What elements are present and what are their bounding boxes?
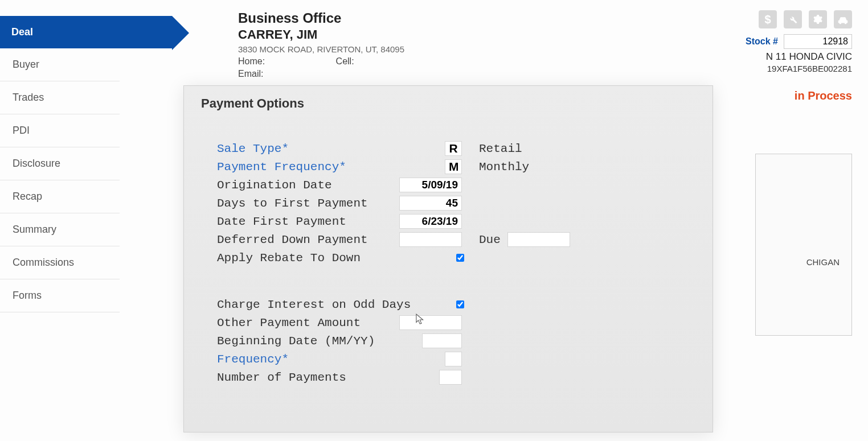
cell-label: Cell: (336, 56, 354, 66)
sale-type-label[interactable]: Sale Type* (217, 142, 445, 155)
date-first-payment-input[interactable] (399, 214, 462, 229)
beginning-date-label: Beginning Date (MM/YY) (217, 335, 422, 348)
background-panel (755, 154, 852, 336)
apply-rebate-checkbox[interactable] (456, 254, 464, 262)
nav-item-disclosure[interactable]: Disclosure (0, 147, 120, 180)
background-panel-text: CHIGAN (806, 257, 840, 267)
nav-item-forms[interactable]: Forms (0, 279, 120, 312)
origination-date-label: Origination Date (217, 179, 399, 192)
nav-item-deal[interactable]: Deal (0, 16, 172, 48)
stock-input[interactable] (784, 34, 852, 49)
customer-name: CARREY, JIM (238, 27, 720, 42)
days-to-first-label: Days to First Payment (217, 197, 399, 210)
modal-title: Payment Options (201, 96, 695, 111)
nav-item-recap[interactable]: Recap (0, 180, 120, 213)
nav-item-trades[interactable]: Trades (0, 81, 120, 114)
customer-address: 3830 MOCK ROAD, RIVERTON, UT, 84095 (238, 44, 720, 54)
due-label: Due (479, 233, 507, 246)
other-payment-label: Other Payment Amount (217, 316, 399, 329)
frequency2-label[interactable]: Frequency* (217, 353, 445, 366)
sale-type-desc: Retail (479, 142, 547, 155)
car-icon[interactable] (834, 10, 852, 28)
nav-item-buyer[interactable]: Buyer (0, 48, 120, 81)
vehicle-description: N 11 HONDA CIVIC (720, 51, 852, 63)
apply-rebate-label: Apply Rebate To Down (217, 252, 454, 265)
num-payments-input[interactable] (439, 370, 462, 385)
nav-item-pdi[interactable]: PDI (0, 114, 120, 147)
sale-type-code[interactable] (445, 141, 462, 156)
nav-item-summary[interactable]: Summary (0, 213, 120, 246)
payment-frequency-code[interactable] (445, 159, 462, 174)
origination-date-input[interactable] (399, 178, 462, 192)
dollar-icon[interactable]: $ (759, 10, 777, 28)
date-first-payment-label: Date First Payment (217, 215, 399, 228)
payment-frequency-desc: Monthly (479, 160, 547, 174)
days-to-first-input[interactable] (399, 196, 462, 211)
charge-interest-checkbox[interactable] (456, 300, 464, 308)
frequency2-input[interactable] (445, 352, 462, 366)
gears-icon[interactable] (809, 10, 827, 28)
due-input[interactable] (507, 232, 570, 247)
other-payment-input[interactable] (399, 315, 462, 330)
deferred-down-input[interactable] (399, 232, 462, 247)
sidebar: Deal Buyer Trades PDI Disclosure Recap S… (0, 0, 120, 441)
page-title: Business Office (238, 10, 720, 26)
nav-item-commissions[interactable]: Commissions (0, 246, 120, 279)
stock-label: Stock # (746, 36, 778, 47)
deferred-down-label: Deferred Down Payment (217, 233, 399, 246)
header: Business Office CARREY, JIM 3830 MOCK RO… (120, 10, 868, 79)
wrench-icon[interactable] (784, 10, 802, 28)
email-label: Email: (238, 69, 263, 79)
home-label: Home: (238, 56, 265, 66)
num-payments-label: Number of Payments (217, 371, 439, 384)
charge-interest-label: Charge Interest on Odd Days (217, 298, 454, 311)
beginning-date-input[interactable] (422, 333, 462, 348)
payment-options-modal: Payment Options Sale Type* Retail Paymen… (183, 85, 713, 432)
payment-frequency-label[interactable]: Payment Frequency* (217, 160, 445, 174)
vehicle-vin: 19XFA1F56BE002281 (720, 64, 852, 73)
